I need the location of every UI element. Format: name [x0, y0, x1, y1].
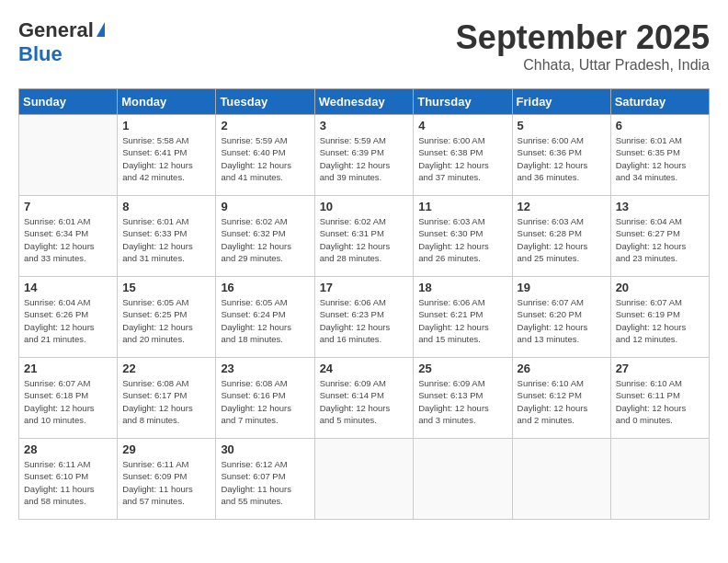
day-info: Sunrise: 5:59 AM Sunset: 6:39 PM Dayligh…	[320, 134, 409, 183]
calendar-cell	[314, 439, 414, 520]
day-info: Sunrise: 6:07 AM Sunset: 6:18 PM Dayligh…	[24, 377, 112, 426]
calendar-cell: 27Sunrise: 6:10 AM Sunset: 6:11 PM Dayli…	[610, 358, 709, 439]
calendar-cell: 23Sunrise: 6:08 AM Sunset: 6:16 PM Dayli…	[216, 358, 314, 439]
logo: General Blue	[18, 18, 105, 66]
day-number: 6	[616, 119, 704, 132]
day-info: Sunrise: 5:59 AM Sunset: 6:40 PM Dayligh…	[221, 134, 309, 183]
month-title: September 2025	[456, 18, 710, 57]
day-number: 4	[418, 119, 506, 132]
calendar-cell: 28Sunrise: 6:11 AM Sunset: 6:10 PM Dayli…	[19, 439, 118, 520]
day-info: Sunrise: 6:01 AM Sunset: 6:33 PM Dayligh…	[122, 215, 210, 264]
day-info: Sunrise: 6:03 AM Sunset: 6:30 PM Dayligh…	[418, 215, 506, 264]
calendar-cell: 30Sunrise: 6:12 AM Sunset: 6:07 PM Dayli…	[216, 439, 314, 520]
calendar-week-row: 7Sunrise: 6:01 AM Sunset: 6:34 PM Daylig…	[19, 196, 710, 277]
calendar-cell: 14Sunrise: 6:04 AM Sunset: 6:26 PM Dayli…	[19, 277, 118, 358]
day-info: Sunrise: 6:09 AM Sunset: 6:14 PM Dayligh…	[320, 377, 409, 426]
day-info: Sunrise: 6:07 AM Sunset: 6:19 PM Dayligh…	[616, 296, 704, 345]
day-number: 3	[320, 119, 409, 132]
calendar-cell: 22Sunrise: 6:08 AM Sunset: 6:17 PM Dayli…	[118, 358, 216, 439]
calendar-cell: 21Sunrise: 6:07 AM Sunset: 6:18 PM Dayli…	[19, 358, 118, 439]
page-header: General Blue September 2025 Chhata, Utta…	[18, 18, 710, 74]
day-number: 15	[122, 281, 210, 294]
calendar-cell	[512, 439, 610, 520]
day-info: Sunrise: 6:06 AM Sunset: 6:23 PM Dayligh…	[320, 296, 409, 345]
calendar-cell: 24Sunrise: 6:09 AM Sunset: 6:14 PM Dayli…	[314, 358, 414, 439]
day-info: Sunrise: 6:07 AM Sunset: 6:20 PM Dayligh…	[518, 296, 606, 345]
day-info: Sunrise: 6:10 AM Sunset: 6:11 PM Dayligh…	[616, 377, 704, 426]
logo-triangle-icon	[97, 22, 105, 37]
calendar-cell: 19Sunrise: 6:07 AM Sunset: 6:20 PM Dayli…	[512, 277, 610, 358]
day-number: 30	[221, 442, 309, 456]
calendar-week-row: 21Sunrise: 6:07 AM Sunset: 6:18 PM Dayli…	[19, 358, 710, 439]
calendar-cell: 8Sunrise: 6:01 AM Sunset: 6:33 PM Daylig…	[118, 196, 216, 277]
calendar-week-row: 1Sunrise: 5:58 AM Sunset: 6:41 PM Daylig…	[19, 115, 710, 196]
day-number: 2	[221, 119, 309, 132]
day-number: 18	[418, 281, 506, 294]
day-number: 5	[518, 119, 606, 132]
calendar-cell: 16Sunrise: 6:05 AM Sunset: 6:24 PM Dayli…	[216, 277, 314, 358]
day-number: 22	[122, 362, 210, 375]
calendar-cell: 12Sunrise: 6:03 AM Sunset: 6:28 PM Dayli…	[512, 196, 610, 277]
calendar-day-header: Monday	[118, 89, 216, 115]
day-number: 21	[24, 362, 112, 375]
day-number: 12	[518, 200, 606, 213]
day-info: Sunrise: 6:01 AM Sunset: 6:34 PM Dayligh…	[24, 215, 112, 264]
calendar-cell: 20Sunrise: 6:07 AM Sunset: 6:19 PM Dayli…	[610, 277, 709, 358]
day-number: 25	[418, 362, 506, 375]
calendar-cell: 15Sunrise: 6:05 AM Sunset: 6:25 PM Dayli…	[118, 277, 216, 358]
day-number: 7	[24, 200, 112, 213]
day-info: Sunrise: 6:00 AM Sunset: 6:36 PM Dayligh…	[518, 134, 606, 183]
day-info: Sunrise: 6:08 AM Sunset: 6:16 PM Dayligh…	[221, 377, 309, 426]
calendar-day-header: Thursday	[414, 89, 512, 115]
day-info: Sunrise: 6:09 AM Sunset: 6:13 PM Dayligh…	[418, 377, 506, 426]
calendar-day-header: Tuesday	[216, 89, 314, 115]
day-info: Sunrise: 6:03 AM Sunset: 6:28 PM Dayligh…	[518, 215, 606, 264]
day-number: 29	[122, 442, 210, 456]
day-info: Sunrise: 6:11 AM Sunset: 6:10 PM Dayligh…	[24, 458, 112, 507]
calendar-cell: 29Sunrise: 6:11 AM Sunset: 6:09 PM Dayli…	[118, 439, 216, 520]
calendar-cell: 6Sunrise: 6:01 AM Sunset: 6:35 PM Daylig…	[610, 115, 709, 196]
day-info: Sunrise: 6:04 AM Sunset: 6:27 PM Dayligh…	[616, 215, 704, 264]
day-number: 16	[221, 281, 309, 294]
day-info: Sunrise: 6:05 AM Sunset: 6:25 PM Dayligh…	[122, 296, 210, 345]
day-info: Sunrise: 6:08 AM Sunset: 6:17 PM Dayligh…	[122, 377, 210, 426]
calendar-day-header: Sunday	[19, 89, 118, 115]
calendar-body: 1Sunrise: 5:58 AM Sunset: 6:41 PM Daylig…	[19, 115, 710, 520]
day-info: Sunrise: 6:01 AM Sunset: 6:35 PM Dayligh…	[616, 134, 704, 183]
calendar-cell: 13Sunrise: 6:04 AM Sunset: 6:27 PM Dayli…	[610, 196, 709, 277]
day-info: Sunrise: 6:04 AM Sunset: 6:26 PM Dayligh…	[24, 296, 112, 345]
day-number: 14	[24, 281, 112, 294]
calendar-cell: 18Sunrise: 6:06 AM Sunset: 6:21 PM Dayli…	[414, 277, 512, 358]
title-block: September 2025 Chhata, Uttar Pradesh, In…	[456, 18, 710, 74]
calendar-cell: 26Sunrise: 6:10 AM Sunset: 6:12 PM Dayli…	[512, 358, 610, 439]
calendar-cell: 5Sunrise: 6:00 AM Sunset: 6:36 PM Daylig…	[512, 115, 610, 196]
calendar-cell	[19, 115, 118, 196]
calendar-day-header: Friday	[512, 89, 610, 115]
day-info: Sunrise: 6:00 AM Sunset: 6:38 PM Dayligh…	[418, 134, 506, 183]
calendar-cell: 3Sunrise: 5:59 AM Sunset: 6:39 PM Daylig…	[314, 115, 414, 196]
calendar-day-header: Saturday	[610, 89, 709, 115]
calendar-table: SundayMondayTuesdayWednesdayThursdayFrid…	[18, 88, 710, 520]
day-info: Sunrise: 6:02 AM Sunset: 6:32 PM Dayligh…	[221, 215, 309, 264]
day-info: Sunrise: 6:05 AM Sunset: 6:24 PM Dayligh…	[221, 296, 309, 345]
calendar-cell: 25Sunrise: 6:09 AM Sunset: 6:13 PM Dayli…	[414, 358, 512, 439]
calendar-header-row: SundayMondayTuesdayWednesdayThursdayFrid…	[19, 89, 710, 115]
calendar-day-header: Wednesday	[314, 89, 414, 115]
calendar-cell: 1Sunrise: 5:58 AM Sunset: 6:41 PM Daylig…	[118, 115, 216, 196]
day-info: Sunrise: 6:10 AM Sunset: 6:12 PM Dayligh…	[518, 377, 606, 426]
day-info: Sunrise: 6:06 AM Sunset: 6:21 PM Dayligh…	[418, 296, 506, 345]
day-number: 26	[518, 362, 606, 375]
calendar-cell: 7Sunrise: 6:01 AM Sunset: 6:34 PM Daylig…	[19, 196, 118, 277]
calendar-cell: 2Sunrise: 5:59 AM Sunset: 6:40 PM Daylig…	[216, 115, 314, 196]
day-info: Sunrise: 6:02 AM Sunset: 6:31 PM Dayligh…	[320, 215, 409, 264]
calendar-cell	[610, 439, 709, 520]
calendar-cell: 11Sunrise: 6:03 AM Sunset: 6:30 PM Dayli…	[414, 196, 512, 277]
calendar-cell	[414, 439, 512, 520]
day-number: 8	[122, 200, 210, 213]
day-number: 17	[320, 281, 409, 294]
logo-blue: Blue	[18, 42, 63, 66]
day-info: Sunrise: 6:11 AM Sunset: 6:09 PM Dayligh…	[122, 458, 210, 507]
day-number: 1	[122, 119, 210, 132]
day-info: Sunrise: 5:58 AM Sunset: 6:41 PM Dayligh…	[122, 134, 210, 183]
location-subtitle: Chhata, Uttar Pradesh, India	[456, 57, 710, 74]
